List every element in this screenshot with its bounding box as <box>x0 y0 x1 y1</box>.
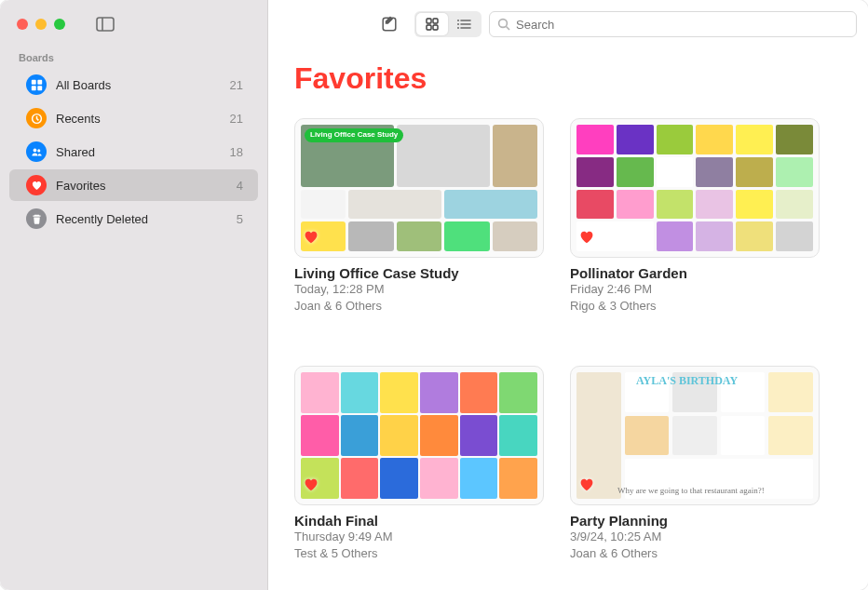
board-thumbnail <box>294 366 544 505</box>
heart-icon <box>26 175 47 195</box>
svg-rect-0 <box>97 18 114 31</box>
board-thumbnail: Living Office Case Study <box>294 118 544 258</box>
board-date: 3/9/24, 10:25 AM <box>570 529 820 545</box>
main-panel: Favorites <box>268 0 868 590</box>
svg-point-8 <box>37 149 40 152</box>
svg-point-18 <box>457 27 459 29</box>
board-shared: Joan & 6 Others <box>294 298 544 315</box>
board-shared: Joan & 6 Others <box>570 545 820 562</box>
sidebar-item-label: Recents <box>56 112 221 126</box>
window-controls <box>17 19 65 30</box>
sidebar-item-label: Shared <box>56 145 221 159</box>
sidebar-item-count: 21 <box>230 78 243 92</box>
favorite-heart-icon <box>578 229 595 249</box>
grid-icon <box>26 74 47 95</box>
close-window-button[interactable] <box>17 19 28 30</box>
sidebar-item-count: 4 <box>237 179 243 193</box>
thumbnail-top-note: AYLA'S BIRTHDAY <box>636 374 738 388</box>
content-area: Favorites <box>268 48 868 590</box>
board-date: Friday 2:46 PM <box>570 281 820 298</box>
people-icon <box>26 141 47 162</box>
svg-line-21 <box>507 27 510 31</box>
board-shared: Rigo & 3 Others <box>570 298 820 315</box>
search-icon <box>497 18 510 31</box>
fullscreen-window-button[interactable] <box>54 19 65 30</box>
compose-button[interactable] <box>372 11 407 37</box>
svg-point-16 <box>457 23 459 25</box>
search-field[interactable] <box>489 11 857 37</box>
svg-rect-10 <box>427 19 431 23</box>
board-title: Living Office Case Study <box>294 265 544 281</box>
sidebar-item-count: 18 <box>230 145 243 159</box>
sidebar-item-recents[interactable]: Recents 21 <box>9 102 258 134</box>
svg-rect-5 <box>37 86 42 90</box>
svg-rect-3 <box>37 79 42 84</box>
svg-rect-12 <box>427 25 431 30</box>
sidebar-item-favorites[interactable]: Favorites 4 <box>9 169 258 201</box>
sidebar-item-count: 5 <box>237 212 243 226</box>
grid-view-button[interactable] <box>416 13 448 35</box>
board-date: Thursday 9:49 AM <box>294 529 544 545</box>
svg-point-7 <box>33 148 36 152</box>
list-view-button[interactable] <box>448 13 480 35</box>
svg-rect-4 <box>31 86 35 90</box>
clock-icon <box>26 108 47 128</box>
sidebar-item-shared[interactable]: Shared 18 <box>9 136 258 168</box>
sidebar-item-label: Recently Deleted <box>56 212 227 226</box>
page-title: Favorites <box>294 61 842 96</box>
board-card[interactable]: AYLA'S BIRTHDAY Why are we going to that… <box>570 366 820 561</box>
svg-rect-2 <box>31 79 35 84</box>
board-thumbnail <box>570 118 820 258</box>
trash-icon <box>26 208 47 229</box>
svg-point-20 <box>499 20 508 28</box>
thumbnail-pill: Living Office Case Study <box>305 128 403 142</box>
board-thumbnail: AYLA'S BIRTHDAY Why are we going to that… <box>570 366 820 505</box>
board-card[interactable]: Pollinator Garden Friday 2:46 PM Rigo & … <box>570 118 820 314</box>
thumbnail-bottom-note: Why are we going to that restaurant agai… <box>617 486 809 495</box>
favorite-heart-icon <box>578 476 595 497</box>
toolbar <box>268 0 868 48</box>
app-window: Boards All Boards 21 Recents 21 Shared 1… <box>0 0 868 590</box>
titlebar <box>0 0 267 48</box>
search-input[interactable] <box>516 18 848 32</box>
view-mode-segment <box>414 11 481 37</box>
sidebar-item-label: Favorites <box>56 179 227 193</box>
favorite-heart-icon <box>303 476 319 497</box>
sidebar-item-count: 21 <box>230 112 243 126</box>
sidebar-item-recently-deleted[interactable]: Recently Deleted 5 <box>9 203 258 235</box>
svg-point-14 <box>457 20 459 21</box>
board-title: Party Planning <box>570 513 820 529</box>
sidebar-item-label: All Boards <box>56 78 221 92</box>
toggle-sidebar-button[interactable] <box>88 12 123 36</box>
minimize-window-button[interactable] <box>35 19 47 30</box>
board-date: Today, 12:28 PM <box>294 281 544 298</box>
board-title: Pollinator Garden <box>570 265 820 281</box>
board-card[interactable]: Kindah Final Thursday 9:49 AM Test & 5 O… <box>294 366 544 561</box>
svg-rect-11 <box>433 19 438 23</box>
favorite-heart-icon <box>303 229 319 249</box>
boards-grid: Living Office Case Study Living Office C… <box>294 118 842 561</box>
board-title: Kindah Final <box>294 513 544 529</box>
sidebar-item-all-boards[interactable]: All Boards 21 <box>9 69 258 101</box>
sidebar-section-label: Boards <box>0 48 267 69</box>
board-card[interactable]: Living Office Case Study Living Office C… <box>294 118 544 314</box>
sidebar: Boards All Boards 21 Recents 21 Shared 1… <box>0 0 268 590</box>
board-shared: Test & 5 Others <box>294 545 544 562</box>
svg-rect-13 <box>433 25 438 30</box>
